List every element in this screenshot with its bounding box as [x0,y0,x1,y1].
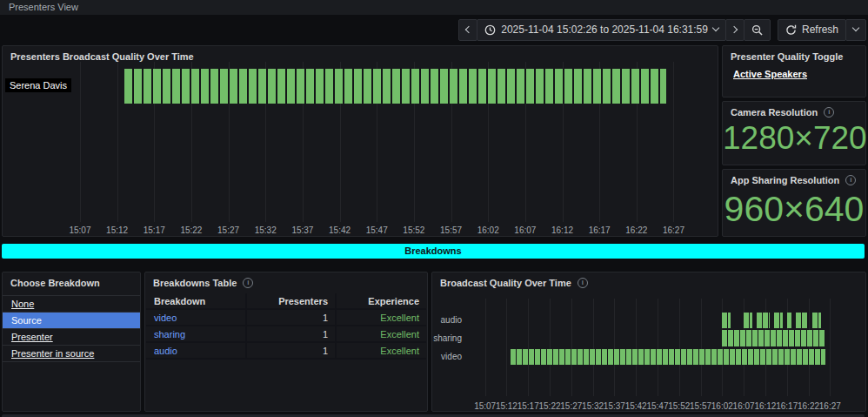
experience-value: Excellent [335,326,426,343]
chevron-down-icon [712,24,719,31]
breakdown-option-none[interactable]: None [3,296,140,313]
refresh-label: Refresh [802,24,838,36]
x-tick-label: 15:52 [403,225,424,235]
x-tick-label: 15:32 [255,225,277,235]
x-tick-label: 15:22 [180,225,202,235]
status-segment [774,313,783,328]
y-category-label: video [432,352,462,361]
refresh-button[interactable]: Refresh [778,19,846,41]
x-tick-label: 15:27 [217,225,239,235]
breakdown-link-video[interactable]: video [146,310,245,326]
gridline [679,299,680,396]
active-speakers-link[interactable]: Active Speakers [733,69,807,79]
status-history-plot[interactable]: 15:0715:1215:1715:2215:2715:3215:3715:42… [465,299,851,410]
gridline [614,299,615,396]
gridline [506,299,507,396]
gridline [485,299,486,396]
gridline [673,62,674,222]
refresh-interval-dropdown-button[interactable] [845,19,866,41]
x-tick-label: 15:57 [440,225,462,235]
time-range-controls: 2025-11-04 15:02:26 to 2025-11-04 16:31:… [458,19,771,41]
clock-icon [484,24,496,36]
status-segment [796,313,809,328]
x-tick-label: 16:12 [754,401,776,411]
time-toolbar: 2025-11-04 15:02:26 to 2025-11-04 16:31:… [458,18,866,41]
time-range-picker-button[interactable]: 2025-11-04 15:02:26 to 2025-11-04 16:31:… [477,19,726,41]
gridline [636,299,637,396]
info-icon[interactable]: i [578,278,588,288]
x-tick-label: 15:42 [329,225,351,235]
y-category-label: sharing [432,333,462,343]
table-row: audio1Excellent [146,343,426,360]
panel-title: App Sharing Resolution i [723,170,865,191]
x-tick-label: 16:07 [733,401,755,411]
x-tick-label: 15:27 [560,401,582,411]
x-tick-label: 16:27 [663,225,684,235]
y-category-label: audio [432,315,462,325]
dashboard-title: Presenters View [0,0,868,15]
x-tick-label: 16:02 [711,401,733,411]
panel-camera-resolution: Camera Resolution i 1280×720 [722,101,866,165]
status-history-plot[interactable]: 15:0715:1215:1715:2215:2715:3215:3715:42… [46,62,711,236]
gridline [571,299,572,396]
status-segment [744,313,752,328]
column-header-experience[interactable]: Experience [335,293,426,310]
breakdowns-table: BreakdownPresentersExperiencevideo1Excel… [146,293,426,360]
x-tick-label: 16:27 [819,401,841,411]
table-header-row: BreakdownPresentersExperience [146,293,426,310]
breakdown-option-presenter[interactable]: Presenter [3,329,140,346]
panel-title-text: Breakdowns Table [153,278,237,288]
app-sharing-resolution-value: 960×640 [723,189,865,230]
status-segment [511,349,825,365]
status-segment [124,69,666,104]
gridline [80,62,81,222]
x-tick-label: 15:32 [582,401,604,411]
x-tick-label: 16:02 [477,225,499,235]
time-shift-forward-button[interactable] [725,19,744,41]
info-icon[interactable]: i [824,107,834,118]
x-tick-label: 15:22 [538,401,560,411]
x-tick-label: 15:12 [106,225,128,235]
x-tick-label: 15:57 [690,401,711,411]
experience-value: Excellent [335,343,426,360]
x-tick-label: 15:07 [474,401,496,411]
info-icon[interactable]: i [243,278,253,288]
gridline [830,299,831,396]
top-nav-bar: Presenters View [0,0,868,15]
breakdowns-row-header[interactable]: Breakdowns [2,244,865,259]
zoom-out-time-button[interactable] [744,19,771,41]
presenters-count: 1 [245,343,335,360]
breakdown-link-sharing[interactable]: sharing [146,326,245,343]
chevron-right-icon [731,26,738,33]
gridline [593,299,594,396]
panel-title-text: Presenters Broadcast Quality Over Time [10,51,194,62]
status-segment [722,313,731,328]
column-header-presenters[interactable]: Presenters [245,293,335,310]
presenters-count: 1 [245,326,335,343]
x-tick-label: 15:17 [144,225,165,235]
breakdown-option-presenter-in-source[interactable]: Presenter in source [3,346,140,362]
breakdown-link-audio[interactable]: audio [146,343,245,360]
panel-presenters-broadcast-quality: Presenters Broadcast Quality Over Time S… [2,45,718,237]
x-tick-label: 15:07 [69,225,90,235]
chevron-down-icon [852,24,859,31]
x-tick-label: 15:12 [496,401,517,411]
status-segment [757,313,770,328]
experience-value: Excellent [335,310,426,326]
gridline [701,299,702,396]
status-segment [787,313,791,328]
column-header-breakdown[interactable]: Breakdown [146,293,245,310]
refresh-icon [785,24,797,36]
panel-title: Choose Breakdown [3,272,140,293]
breakdown-option-source[interactable]: Source [3,313,140,329]
presenters-count: 1 [245,310,335,326]
info-icon[interactable]: i [845,175,856,185]
x-tick-label: 16:12 [551,225,573,235]
x-tick-label: 15:47 [366,225,388,235]
time-shift-back-button[interactable] [458,19,477,41]
gridline [658,299,658,396]
gridline [117,62,118,222]
status-segment [722,330,825,346]
panel-title: Breakdowns Table i [145,272,427,293]
panel-title-text: Presenter Quality Toggle [731,51,843,62]
